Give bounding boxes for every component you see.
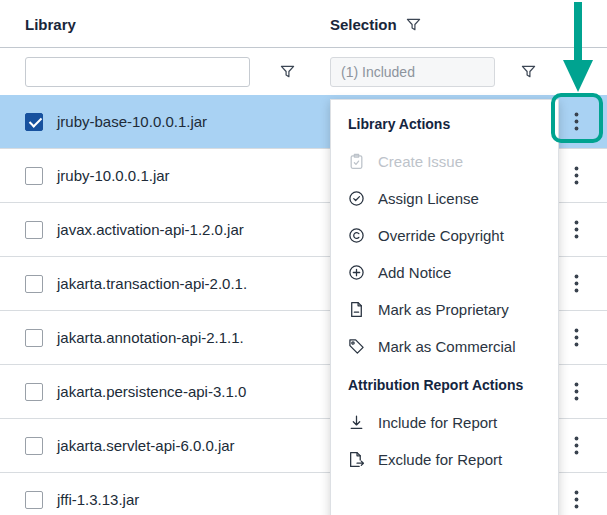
menu-item-label: Include for Report [378, 414, 497, 431]
library-table-panel: Library Selection jruby-base-10.0.0.1.ja… [0, 0, 607, 515]
menu-item-label: Mark as Commercial [378, 338, 516, 355]
table-header-row: Library Selection [0, 0, 607, 48]
kebab-menu-icon[interactable] [565, 271, 587, 297]
row-checkbox[interactable] [25, 383, 43, 401]
plus-circle-icon [348, 264, 365, 281]
menu-item-mark-as-commercial[interactable]: Mark as Commercial [331, 328, 558, 365]
kebab-menu-icon[interactable] [565, 379, 587, 405]
selection-filter-input[interactable] [330, 57, 495, 87]
menu-item-label: Create Issue [378, 153, 463, 170]
row-checkbox[interactable] [25, 437, 43, 455]
menu-item-override-copyright[interactable]: Override Copyright [331, 217, 558, 254]
library-name: jakarta.persistence-api-3.1.0 [57, 383, 246, 400]
menu-item-include-for-report[interactable]: Include for Report [331, 404, 558, 441]
row-checkbox[interactable] [25, 221, 43, 239]
menu-item-exclude-for-report[interactable]: Exclude for Report [331, 441, 558, 478]
menu-section-header: Library Actions [331, 113, 558, 143]
include-report-icon [348, 414, 365, 431]
selection-filter-icon[interactable] [521, 64, 536, 79]
kebab-menu-icon[interactable] [565, 163, 587, 189]
library-name: jakarta.transaction-api-2.0.1. [57, 275, 247, 292]
library-name: jakarta.annotation-api-2.1.1. [57, 329, 244, 346]
library-filter-input[interactable] [25, 57, 250, 87]
kebab-menu-icon[interactable] [565, 433, 587, 459]
license-badge-icon [348, 190, 365, 207]
library-name: jakarta.servlet-api-6.0.0.jar [57, 437, 235, 454]
kebab-menu-icon[interactable] [565, 487, 587, 513]
exclude-report-icon [348, 451, 365, 468]
menu-item-add-notice[interactable]: Add Notice [331, 254, 558, 291]
row-checkbox[interactable] [25, 113, 43, 131]
menu-item-label: Exclude for Report [378, 451, 502, 468]
library-filter-icon[interactable] [280, 64, 295, 79]
commercial-tag-icon [348, 338, 365, 355]
library-name: jruby-base-10.0.0.1.jar [57, 113, 207, 130]
menu-section-header: Attribution Report Actions [331, 365, 558, 404]
copyright-icon [348, 227, 365, 244]
menu-item-assign-license[interactable]: Assign License [331, 180, 558, 217]
library-name: jffi-1.3.13.jar [57, 491, 139, 508]
library-name: javax.activation-api-1.2.0.jar [57, 221, 244, 238]
library-actions-menu: Library Actions Create Issue Assign Lice… [330, 99, 559, 515]
kebab-menu-icon[interactable] [565, 217, 587, 243]
kebab-menu-icon[interactable] [565, 109, 587, 135]
clipboard-icon [348, 153, 365, 170]
column-header-selection[interactable]: Selection [330, 16, 421, 33]
menu-item-label: Add Notice [378, 264, 451, 281]
column-header-selection-label: Selection [330, 16, 397, 33]
menu-item-label: Override Copyright [378, 227, 504, 244]
menu-item-label: Assign License [378, 190, 479, 207]
menu-item-label: Mark as Proprietary [378, 301, 509, 318]
row-checkbox[interactable] [25, 167, 43, 185]
row-checkbox[interactable] [25, 329, 43, 347]
menu-item-mark-as-proprietary[interactable]: Mark as Proprietary [331, 291, 558, 328]
row-checkbox[interactable] [25, 275, 43, 293]
selection-column-filter-icon[interactable] [406, 17, 421, 32]
library-name: jruby-10.0.0.1.jar [57, 167, 170, 184]
proprietary-file-icon [348, 301, 365, 318]
row-checkbox[interactable] [25, 491, 43, 509]
kebab-menu-icon[interactable] [565, 325, 587, 351]
filter-row [0, 48, 607, 95]
menu-item-create-issue: Create Issue [331, 143, 558, 180]
column-header-library[interactable]: Library [25, 16, 76, 33]
